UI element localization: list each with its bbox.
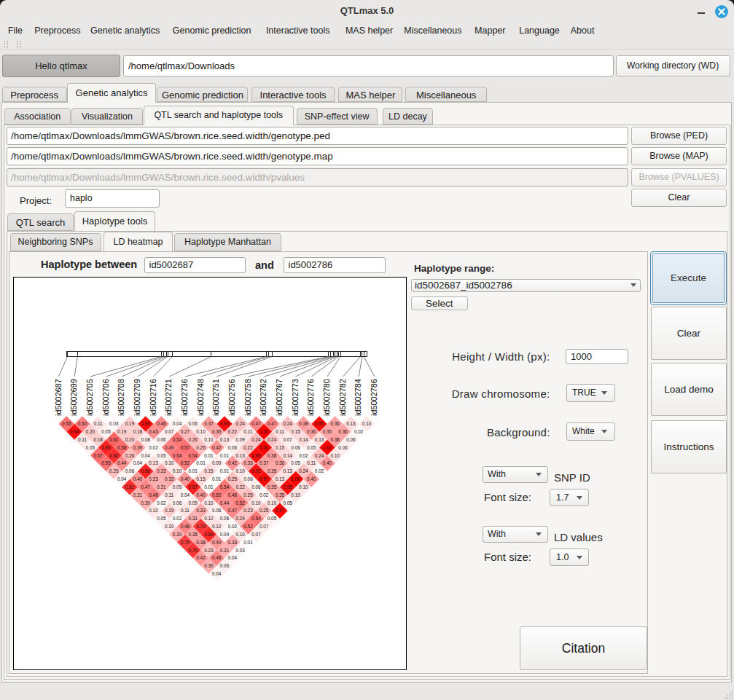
svg-text:0.13: 0.13 [220, 437, 230, 442]
svg-text:0.13: 0.13 [346, 421, 356, 426]
svg-text:0.81: 0.81 [125, 484, 135, 489]
svg-text:0.23: 0.23 [204, 548, 214, 553]
svg-text:0.10: 0.10 [235, 532, 245, 537]
svg-text:id5002782: id5002782 [338, 379, 347, 416]
svg-text:0.14: 0.14 [283, 453, 292, 458]
svg-text:0.48: 0.48 [149, 492, 158, 498]
svg-text:0.50: 0.50 [78, 421, 87, 426]
svg-text:0.36: 0.36 [330, 421, 340, 426]
svg-text:id5002721: id5002721 [164, 379, 173, 416]
svg-text:0.35: 0.35 [212, 429, 222, 434]
svg-text:0.19: 0.19 [117, 429, 127, 434]
svg-text:0.42: 0.42 [228, 460, 238, 465]
svg-text:0.06: 0.06 [220, 563, 230, 568]
svg-text:0.11: 0.11 [165, 492, 173, 498]
svg-text:0.35: 0.35 [268, 468, 277, 473]
svg-text:1.00: 1.00 [259, 429, 269, 434]
svg-text:0.82: 0.82 [109, 453, 119, 458]
svg-text:0.01: 0.01 [243, 540, 253, 545]
svg-text:0.05: 0.05 [157, 453, 166, 458]
svg-text:0.24: 0.24 [315, 453, 324, 458]
svg-text:0.11: 0.11 [276, 429, 284, 434]
svg-text:0.13: 0.13 [149, 460, 158, 465]
svg-text:id5002736: id5002736 [180, 379, 189, 416]
svg-text:0.40: 0.40 [307, 476, 316, 481]
svg-text:0.48: 0.48 [181, 524, 190, 529]
svg-text:0.02: 0.02 [173, 516, 182, 521]
svg-text:0.44: 0.44 [117, 460, 127, 465]
svg-text:0.03: 0.03 [235, 548, 245, 553]
svg-text:0.37: 0.37 [204, 421, 214, 426]
svg-text:0.24: 0.24 [251, 437, 261, 442]
svg-text:0.11: 0.11 [181, 508, 190, 513]
svg-text:0.37: 0.37 [259, 460, 269, 465]
svg-text:0.84: 0.84 [204, 532, 214, 537]
svg-text:0.10: 0.10 [149, 508, 158, 513]
svg-text:0.54: 0.54 [251, 516, 261, 521]
svg-text:0.06: 0.06 [173, 500, 182, 506]
svg-text:0.07: 0.07 [283, 437, 292, 442]
svg-text:0.10: 0.10 [204, 437, 214, 442]
svg-text:0.31: 0.31 [188, 516, 198, 521]
svg-text:0.09: 0.09 [235, 437, 245, 442]
svg-text:0.05: 0.05 [157, 516, 166, 521]
svg-text:0.79: 0.79 [188, 548, 198, 553]
svg-text:id5002706: id5002706 [101, 379, 110, 416]
svg-text:0.25: 0.25 [243, 492, 253, 498]
svg-text:0.02: 0.02 [149, 445, 158, 450]
svg-text:0.57: 0.57 [181, 445, 190, 450]
svg-text:0.30: 0.30 [204, 563, 214, 568]
svg-text:id5002756: id5002756 [227, 379, 236, 416]
svg-text:0.09: 0.09 [212, 460, 222, 465]
svg-text:0.01: 0.01 [188, 468, 198, 473]
svg-text:0.22: 0.22 [243, 445, 253, 450]
svg-text:0.25: 0.25 [228, 476, 238, 481]
svg-text:0.97: 0.97 [276, 508, 285, 513]
svg-text:0.19: 0.19 [165, 508, 174, 513]
svg-text:id5002762: id5002762 [259, 379, 268, 416]
svg-text:0.58: 0.58 [117, 445, 127, 450]
svg-text:0.52: 0.52 [181, 460, 190, 465]
svg-text:id5002716: id5002716 [149, 379, 157, 416]
svg-text:0.04: 0.04 [228, 555, 238, 560]
svg-text:0.33: 0.33 [157, 468, 166, 473]
svg-text:0.38: 0.38 [268, 453, 277, 458]
svg-text:0.04: 0.04 [133, 460, 143, 465]
svg-text:1.00: 1.00 [291, 476, 300, 481]
svg-text:0.06: 0.06 [125, 468, 135, 473]
svg-text:0.13: 0.13 [315, 437, 324, 442]
svg-text:0.10: 0.10 [251, 500, 261, 506]
svg-text:0.06: 0.06 [220, 516, 230, 521]
svg-text:0.02: 0.02 [157, 500, 166, 506]
svg-text:0.09: 0.09 [188, 500, 198, 506]
svg-text:0.04: 0.04 [181, 492, 190, 498]
svg-text:0.31: 0.31 [157, 484, 166, 489]
svg-text:0.43: 0.43 [149, 429, 158, 434]
svg-text:0.06: 0.06 [338, 445, 348, 450]
svg-text:0.39: 0.39 [133, 445, 143, 450]
svg-text:0.04: 0.04 [173, 421, 182, 426]
svg-text:1.00: 1.00 [323, 445, 332, 450]
svg-text:0.22: 0.22 [228, 429, 238, 434]
svg-text:0.14: 0.14 [299, 437, 308, 442]
svg-text:0.95: 0.95 [315, 421, 324, 426]
svg-text:0.01: 0.01 [204, 484, 214, 489]
svg-text:0.35: 0.35 [323, 429, 332, 434]
svg-text:0.10: 0.10 [235, 468, 245, 473]
svg-text:0.09: 0.09 [173, 484, 182, 489]
svg-text:0.54: 0.54 [173, 437, 182, 442]
svg-text:0.22: 0.22 [235, 484, 245, 489]
svg-text:id5002776: id5002776 [306, 379, 315, 416]
svg-text:0.86: 0.86 [101, 445, 111, 450]
svg-text:0.48: 0.48 [212, 555, 222, 560]
svg-text:0.01: 0.01 [220, 453, 230, 458]
svg-text:0.47: 0.47 [251, 421, 261, 426]
svg-text:0.10: 0.10 [165, 524, 174, 529]
svg-text:0.23: 0.23 [243, 508, 253, 513]
svg-text:0.95: 0.95 [220, 421, 230, 426]
svg-text:0.10: 0.10 [173, 468, 182, 473]
svg-text:0.42: 0.42 [212, 445, 222, 450]
svg-text:0.95: 0.95 [283, 484, 292, 489]
svg-text:0.40: 0.40 [133, 476, 143, 481]
svg-text:id5002758: id5002758 [243, 379, 252, 416]
